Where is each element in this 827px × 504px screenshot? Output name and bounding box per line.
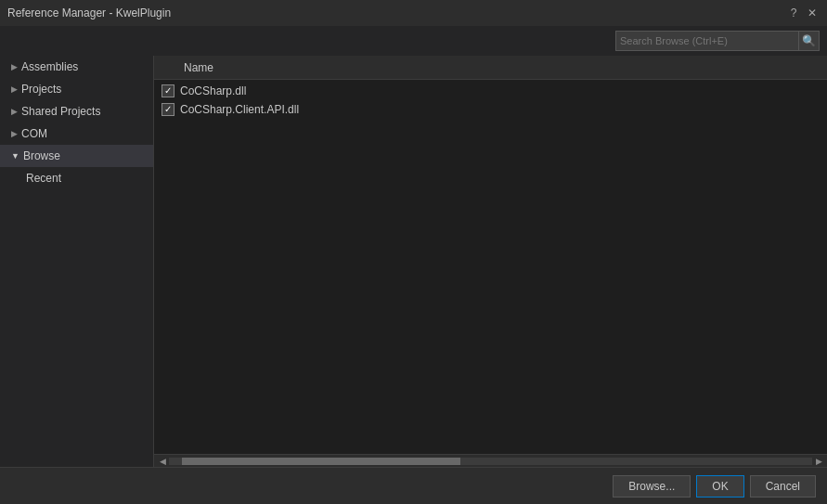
title-bar-controls: ? ✕ — [786, 6, 820, 20]
horizontal-scrollbar[interactable]: ◀ ▶ — [154, 454, 827, 467]
cancel-button[interactable]: Cancel — [750, 475, 816, 498]
sidebar-item-shared-projects[interactable]: ▶ Shared Projects — [0, 100, 153, 123]
scroll-left-icon[interactable]: ◀ — [156, 458, 169, 465]
ref-label-row1: CoCSharp.dll — [180, 84, 246, 97]
ref-label-row2: CoCSharp.Client.API.dll — [180, 103, 299, 116]
ok-button[interactable]: OK — [696, 475, 743, 498]
search-icon[interactable]: 🔍 — [798, 31, 819, 51]
top-bar: 🔍 — [0, 26, 827, 56]
sidebar-item-label: Projects — [21, 83, 61, 96]
search-box: 🔍 — [615, 31, 820, 51]
sidebar-item-label: Shared Projects — [21, 105, 100, 118]
title-bar: Reference Manager - KwelPlugin ? ✕ — [0, 0, 827, 26]
sidebar-item-com[interactable]: ▶ COM — [0, 123, 153, 145]
table-row[interactable]: CoCSharp.Client.API.dll — [154, 100, 827, 119]
sidebar-item-label: Recent — [26, 172, 61, 185]
title-bar-text: Reference Manager - KwelPlugin — [7, 6, 171, 19]
scroll-track[interactable] — [169, 458, 812, 465]
sidebar-item-label: COM — [21, 127, 47, 140]
dialog-title: Reference Manager - KwelPlugin — [7, 6, 171, 19]
sidebar-item-assemblies[interactable]: ▶ Assemblies — [0, 56, 153, 78]
sidebar-item-label: Assemblies — [21, 60, 78, 73]
content-area: Name CoCSharp.dll CoCSharp.Client.API.dl… — [154, 56, 827, 467]
scroll-thumb[interactable] — [182, 458, 460, 465]
sidebar-item-projects[interactable]: ▶ Projects — [0, 78, 153, 100]
browse-button[interactable]: Browse... — [613, 475, 691, 498]
reference-table: Name CoCSharp.dll CoCSharp.Client.API.dl… — [154, 56, 827, 454]
help-button[interactable]: ? — [786, 6, 801, 20]
chevron-right-icon: ▶ — [11, 84, 18, 94]
sidebar-item-recent[interactable]: Recent — [0, 167, 153, 189]
chevron-right-icon: ▶ — [11, 107, 18, 116]
checkbox-row1[interactable] — [162, 84, 174, 97]
table-header: Name — [154, 56, 827, 80]
bottom-bar: Browse... OK Cancel — [0, 467, 827, 504]
dialog-body: 🔍 ▶ Assemblies ▶ Projects ▶ Shared Proje… — [0, 26, 827, 504]
table-header-name: Name — [162, 61, 213, 74]
table-body: CoCSharp.dll CoCSharp.Client.API.dll — [154, 80, 827, 121]
chevron-right-icon: ▶ — [11, 62, 18, 71]
scroll-right-icon[interactable]: ▶ — [812, 458, 825, 465]
close-button[interactable]: ✕ — [805, 6, 820, 20]
table-row[interactable]: CoCSharp.dll — [154, 82, 827, 100]
checkbox-row2[interactable] — [162, 103, 174, 116]
sidebar-item-browse[interactable]: ▼ Browse — [0, 145, 153, 167]
chevron-down-icon: ▼ — [11, 151, 19, 161]
chevron-right-icon: ▶ — [11, 129, 18, 138]
sidebar-item-label: Browse — [23, 149, 60, 162]
sidebar: ▶ Assemblies ▶ Projects ▶ Shared Project… — [0, 56, 154, 467]
search-input[interactable] — [616, 35, 798, 46]
middle-area: ▶ Assemblies ▶ Projects ▶ Shared Project… — [0, 56, 827, 467]
